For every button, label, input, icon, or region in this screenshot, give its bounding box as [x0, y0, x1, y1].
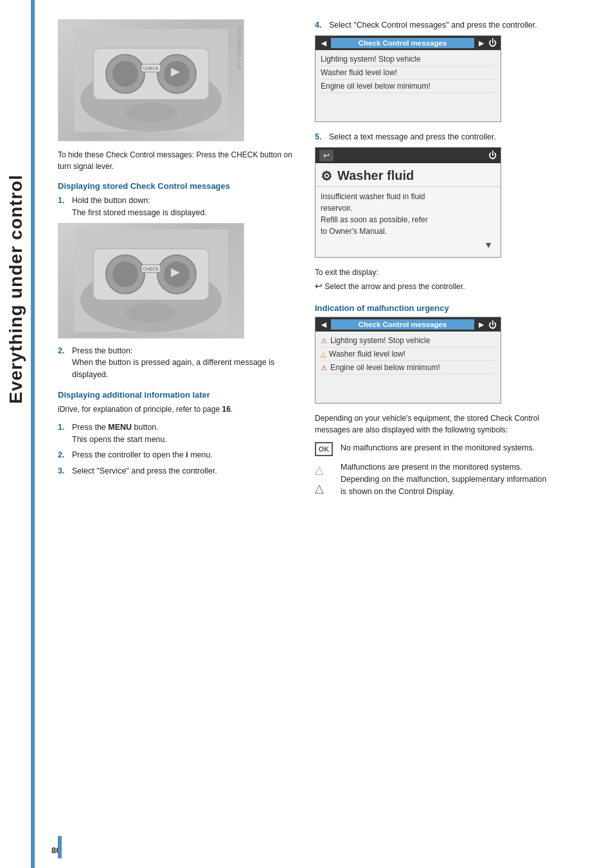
washer-title-row: ⚙ Washer fluid: [315, 163, 501, 187]
sub-list-item-1: 1. Press the MENU button. This opens the…: [58, 421, 296, 446]
check-control-screen-1: ◄ Check Control messages ► ⏻ Lighting sy…: [315, 35, 501, 122]
car-dashboard-svg: CHECK ▶: [74, 29, 228, 132]
step2-num: 2.: [58, 345, 68, 381]
section2-heading: Displaying additional information later: [58, 390, 296, 400]
right-step-list: 4. Select "Check Control messages" and p…: [315, 19, 553, 31]
washer-screen-header: ↩ ⏻: [315, 148, 501, 163]
triangle-symbol-text: Malfunctions are present in the monitore…: [341, 461, 553, 497]
intro-text: To hide these Check Control messages: Pr…: [58, 149, 296, 172]
ok-symbol-text: No malfunctions are present in the monit…: [341, 442, 553, 454]
washer-back-btn: ↩: [319, 150, 333, 161]
ok-badge-icon: OK: [315, 442, 333, 456]
car-dashboard-svg-2: CHECK ▶: [74, 229, 228, 332]
indication-section: Indication of malfunction urgency ◄ Chec…: [315, 303, 553, 497]
list-item-2: 2. Press the button: When the button is …: [58, 345, 296, 381]
washer-body: Insufficient washer fluid in fluid reser…: [315, 187, 501, 257]
left-column: CHECK ▶ OWT-264311-1-LB To hide these Ch…: [58, 19, 296, 502]
screen1-arrow-right: ►: [477, 38, 486, 48]
svg-point-7: [125, 103, 177, 122]
triangle-icon-2: △: [315, 480, 341, 497]
scroll-indicator: ▼: [321, 237, 495, 253]
svg-text:▶: ▶: [171, 265, 180, 278]
svg-text:▶: ▶: [171, 65, 180, 78]
screen2-row-2: △ Washer fluid level low!: [321, 348, 495, 361]
page-number-bar: [58, 836, 62, 858]
sub-step2-num: 2.: [58, 449, 68, 461]
step4-content: Select "Check Control messages" and pres…: [329, 19, 553, 31]
right-list-item-5: 5. Select a text message and press the c…: [315, 131, 553, 143]
screen1-power-icon: ⏻: [488, 38, 497, 48]
section1-heading: Displaying stored Check Control messages: [58, 181, 296, 191]
sub-step1-num: 1.: [58, 421, 68, 446]
screen2-arrow-left: ◄: [319, 319, 328, 330]
triangle-icon-1: △: [315, 461, 341, 479]
screen1-body: Lighting system! Stop vehicle Washer flu…: [315, 50, 501, 121]
screen2-body: ⚠ Lighting system! Stop vehicle △ Washer…: [315, 332, 501, 403]
screen1-row-3: Engine oil level below minimum!: [321, 80, 495, 93]
svg-point-5: [112, 61, 138, 87]
step2-content: Press the button: When the button is pre…: [72, 345, 296, 381]
ok-badge: OK: [315, 442, 341, 456]
screen1-spacer: [321, 93, 495, 119]
ok-symbol-row: OK No malfunctions are present in the mo…: [315, 442, 553, 456]
sub-step3-num: 3.: [58, 465, 68, 477]
image-caption-1: OWT-264311-1-LB: [236, 26, 242, 135]
step1-content: Hold the button down: The first stored m…: [72, 195, 296, 219]
washer-icon: ⚙: [321, 168, 332, 184]
sub-step-list: 1. Press the MENU button. This opens the…: [58, 421, 296, 477]
triangle-badges: △ △: [315, 461, 341, 497]
screen2-power-icon: ⏻: [488, 320, 497, 330]
screen1-row-1: Lighting system! Stop vehicle: [321, 53, 495, 66]
warn-icon-3: ⚠: [321, 364, 327, 372]
screen2-title: Check Control messages: [331, 319, 474, 330]
depending-text: Depending on your vehicle's equipment, t…: [315, 412, 553, 436]
back-arrow-icon: ↩: [315, 281, 323, 291]
warn-icon-2: △: [321, 350, 326, 359]
right-column: 4. Select "Check Control messages" and p…: [315, 19, 553, 502]
sub-step3-content: Select "Service" and press the controlle…: [72, 465, 296, 477]
screen1-header: ◄ Check Control messages ► ⏻: [315, 36, 501, 50]
right-step-list-5: 5. Select a text message and press the c…: [315, 131, 553, 143]
step-list-1: 1. Hold the button down: The first store…: [58, 195, 296, 219]
car-image-2: CHECK ▶: [58, 223, 244, 339]
screen1-row-2: Washer fluid level low!: [321, 66, 495, 80]
sub-list-item-3: 3. Select "Service" and press the contro…: [58, 465, 296, 477]
step-list-2: 2. Press the button: When the button is …: [58, 345, 296, 381]
screen2-row-1: ⚠ Lighting system! Stop vehicle: [321, 334, 495, 348]
sub-step1-content: Press the MENU button. This opens the st…: [72, 421, 296, 446]
svg-text:CHECK: CHECK: [143, 267, 159, 271]
screen1-title: Check Control messages: [331, 38, 474, 48]
idrive-text: iDrive, for explanation of principle, re…: [58, 403, 296, 415]
triangle-symbol-row: △ △ Malfunctions are present in the moni…: [315, 461, 553, 497]
indication-heading: Indication of malfunction urgency: [315, 303, 553, 313]
svg-text:CHECK: CHECK: [143, 66, 159, 71]
svg-point-16: [112, 261, 138, 287]
washer-power-icon: ⏻: [488, 150, 497, 160]
step4-num: 4.: [315, 19, 325, 31]
screen2-header: ◄ Check Control messages ► ⏻: [315, 317, 501, 332]
step5-num: 5.: [315, 131, 325, 143]
screen2-row-3: ⚠ Engine oil level below minimum!: [321, 361, 495, 375]
check-control-screen-2: ◄ Check Control messages ► ⏻ ⚠ Lighting …: [315, 317, 501, 403]
sidebar-title: Everything under control: [0, 64, 32, 514]
washer-fluid-screen: ↩ ⏻ ⚙ Washer fluid Insufficient washer f…: [315, 147, 501, 258]
screen1-arrow-left: ◄: [319, 38, 328, 48]
screen2-spacer: [321, 375, 495, 400]
right-list-item-4: 4. Select "Check Control messages" and p…: [315, 19, 553, 31]
svg-point-18: [125, 303, 177, 323]
sub-list-item-2: 2. Press the controller to open the i me…: [58, 449, 296, 461]
screen2-arrow-right: ►: [477, 319, 486, 330]
list-item-1: 1. Hold the button down: The first store…: [58, 195, 296, 219]
exit-display-text: To exit the display: ↩ Select the arrow …: [315, 267, 553, 294]
car-image-top: CHECK ▶ OWT-264311-1-LB: [58, 19, 244, 141]
warn-icon-1: ⚠: [321, 337, 327, 345]
sub-step2-content: Press the controller to open the i menu.: [72, 449, 296, 461]
step5-content: Select a text message and press the cont…: [329, 131, 553, 143]
step1-num: 1.: [58, 195, 68, 219]
